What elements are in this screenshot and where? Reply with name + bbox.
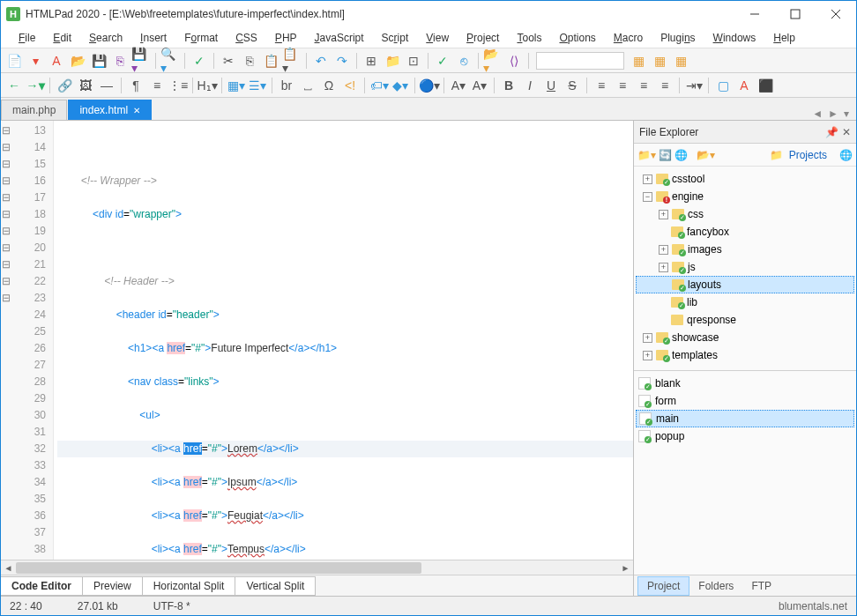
bgcolor-icon[interactable]: ⬛ xyxy=(756,76,775,95)
align-right-icon[interactable]: ≡ xyxy=(634,76,653,95)
fontcolor-icon[interactable]: A xyxy=(734,76,754,95)
folder-tree-icon[interactable]: 📁▾ xyxy=(637,149,656,161)
nbsp-icon[interactable]: ⎵ xyxy=(298,76,317,95)
folder-templates[interactable]: templates xyxy=(672,349,718,361)
save-all-icon[interactable]: ⎘ xyxy=(110,51,130,71)
p-icon[interactable]: ¶ xyxy=(126,76,145,95)
heading-icon[interactable]: H₁▾ xyxy=(197,76,217,95)
tab-horizontal-split[interactable]: Horizontal Split xyxy=(142,576,236,596)
tool3-icon[interactable]: ⊡ xyxy=(404,51,423,71)
color-icon[interactable]: 🔵▾ xyxy=(420,76,439,95)
folder-engine[interactable]: engine xyxy=(672,190,704,203)
browser-icon[interactable]: 📂▾ xyxy=(483,51,503,71)
table-icon[interactable]: ▦▾ xyxy=(227,76,246,95)
file-popup[interactable]: popup xyxy=(655,430,684,442)
paste-icon[interactable]: 📋 xyxy=(261,51,280,71)
tab-prev-icon[interactable]: ◄ xyxy=(812,108,823,120)
projects-link[interactable]: Projects xyxy=(786,147,831,163)
file-list[interactable]: blank form main popup xyxy=(634,370,856,575)
maximize-button[interactable] xyxy=(775,1,816,27)
explorer-tab-project[interactable]: Project xyxy=(637,576,689,596)
align-justify-icon[interactable]: ≡ xyxy=(655,76,674,95)
menu-insert[interactable]: Insert xyxy=(133,30,174,46)
scroll-right-icon[interactable]: ► xyxy=(618,560,633,575)
italic-icon[interactable]: I xyxy=(520,76,540,95)
menu-windows[interactable]: Windows xyxy=(706,30,764,46)
redo-icon[interactable]: ↷ xyxy=(332,51,352,71)
horizontal-scrollbar[interactable]: ◄ ► xyxy=(1,560,633,575)
tool1-icon[interactable]: ⊞ xyxy=(361,51,381,71)
folder-qresponse[interactable]: qresponse xyxy=(687,314,736,326)
folder-fancybox[interactable]: fancybox xyxy=(687,226,729,238)
template-icon[interactable]: A xyxy=(47,51,66,71)
menu-help[interactable]: Help xyxy=(766,30,802,46)
copy-icon[interactable]: ⎘ xyxy=(240,51,259,71)
db2-icon[interactable]: ▦ xyxy=(650,51,669,71)
align-center-icon[interactable]: ≡ xyxy=(613,76,632,95)
br-icon[interactable]: br xyxy=(277,76,296,95)
panel-close-icon[interactable]: ✕ xyxy=(842,126,851,138)
menu-project[interactable]: Project xyxy=(459,30,506,46)
cut-icon[interactable]: ✂ xyxy=(219,51,238,71)
folder-showcase[interactable]: showcase xyxy=(672,331,719,344)
menu-format[interactable]: Format xyxy=(177,30,225,46)
css-class-icon[interactable]: ▢ xyxy=(713,76,733,95)
tab-preview[interactable]: Preview xyxy=(82,576,143,596)
menu-view[interactable]: View xyxy=(419,30,456,46)
menu-options[interactable]: Options xyxy=(552,30,602,46)
menu-script[interactable]: Script xyxy=(375,30,416,46)
close-button[interactable] xyxy=(816,1,856,27)
tab-code-editor[interactable]: Code Editor xyxy=(1,576,83,596)
menu-css[interactable]: CSS xyxy=(228,30,265,46)
php-icon[interactable]: ⟨⟩ xyxy=(504,51,524,71)
bold-icon[interactable]: B xyxy=(499,76,518,95)
selector-dropdown[interactable] xyxy=(536,52,624,70)
scroll-thumb[interactable] xyxy=(16,562,421,574)
new-folder-icon[interactable]: ▾ xyxy=(26,51,45,71)
menu-file[interactable]: File xyxy=(11,30,42,46)
tab-main-php[interactable]: main.php xyxy=(1,100,67,120)
align-left-icon[interactable]: ≡ xyxy=(592,76,611,95)
menu-edit[interactable]: Edit xyxy=(46,30,78,46)
tab-vertical-split[interactable]: Vertical Split xyxy=(235,576,316,596)
save-as-icon[interactable]: 💾▾ xyxy=(131,51,151,71)
folder-js[interactable]: js xyxy=(688,261,696,273)
clipboard-icon[interactable]: 📋▾ xyxy=(282,51,302,71)
folder-tree[interactable]: +csstool −engine +css fancybox +images +… xyxy=(634,167,856,370)
close-tab-icon[interactable]: ✕ xyxy=(133,106,140,115)
file-main[interactable]: main xyxy=(656,412,679,425)
menu-macro[interactable]: Macro xyxy=(607,30,650,46)
folder-layouts[interactable]: layouts xyxy=(688,278,721,291)
check-icon[interactable]: ⎋ xyxy=(454,51,473,71)
ul-icon[interactable]: ⋮≡ xyxy=(168,76,188,95)
image-icon[interactable]: 🖼 xyxy=(76,76,95,95)
tab-index-html[interactable]: index.html ✕ xyxy=(68,100,152,120)
refresh-icon[interactable]: 🔄 xyxy=(659,149,672,161)
menu-php[interactable]: PHP xyxy=(268,30,304,46)
font-icon[interactable]: A▾ xyxy=(449,76,468,95)
file-blank[interactable]: blank xyxy=(655,377,681,390)
script-icon[interactable]: ◆▾ xyxy=(391,76,410,95)
indent-icon[interactable]: ⇥▾ xyxy=(684,76,704,95)
menu-search[interactable]: Search xyxy=(82,30,130,46)
folder-icon[interactable]: 📂▾ xyxy=(697,149,715,161)
scroll-left-icon[interactable]: ◄ xyxy=(1,560,16,575)
validate-icon[interactable]: ✓ xyxy=(433,51,452,71)
menu-tools[interactable]: Tools xyxy=(510,30,548,46)
omega-icon[interactable]: Ω xyxy=(319,76,339,95)
file-form[interactable]: form xyxy=(655,395,676,407)
tool2-icon[interactable]: 📁 xyxy=(383,51,402,71)
tab-next-icon[interactable]: ► xyxy=(828,108,838,120)
underline-icon[interactable]: U xyxy=(541,76,561,95)
folder-csstool[interactable]: csstool xyxy=(672,173,704,185)
link-icon[interactable]: 🔗 xyxy=(55,76,74,95)
world-icon[interactable]: 🌐 xyxy=(839,149,853,161)
explorer-tab-ftp[interactable]: FTP xyxy=(742,577,780,595)
brand-link[interactable]: blumentals.net xyxy=(779,600,847,612)
comment-icon[interactable]: <! xyxy=(340,76,360,95)
menu-plugins[interactable]: Plugins xyxy=(653,30,702,46)
new-file-icon[interactable]: 📄 xyxy=(4,51,24,71)
folder-css[interactable]: css xyxy=(688,208,704,220)
explorer-tab-folders[interactable]: Folders xyxy=(689,577,742,595)
minimize-button[interactable] xyxy=(734,1,775,27)
